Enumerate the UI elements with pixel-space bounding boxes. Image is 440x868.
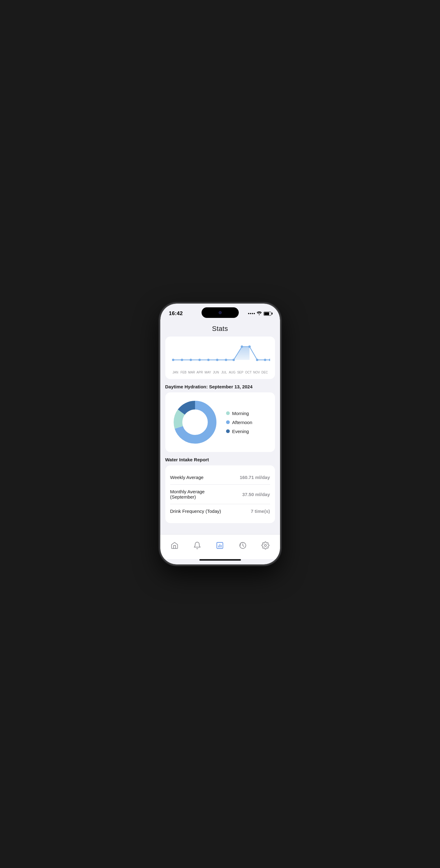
- status-time: 16:42: [169, 310, 183, 317]
- month-dec: DEC: [261, 371, 269, 374]
- legend-morning: Morning: [226, 411, 252, 416]
- line-chart-svg: [170, 341, 270, 369]
- legend-afternoon: Afternoon: [226, 420, 252, 425]
- month-oct: OCT: [244, 371, 252, 374]
- svg-point-4: [198, 359, 201, 361]
- svg-point-3: [190, 359, 192, 361]
- legend-evening-label: Evening: [232, 429, 249, 434]
- svg-point-20: [265, 544, 267, 547]
- phone-screen: 16:42: [160, 304, 280, 564]
- nav-alerts[interactable]: [190, 538, 205, 553]
- svg-marker-0: [234, 347, 249, 360]
- svg-point-9: [241, 345, 243, 348]
- bottom-safe: [160, 559, 280, 564]
- svg-point-13: [269, 359, 270, 361]
- signal-icon: [248, 313, 255, 314]
- stats-icon: [216, 541, 224, 550]
- water-intake-card: Weekly Average 160.71 ml/day Monthly Ave…: [165, 465, 275, 523]
- svg-point-11: [256, 359, 258, 361]
- svg-point-8: [232, 359, 235, 361]
- svg-point-10: [248, 345, 250, 348]
- report-monthly-value: 37.50 ml/day: [242, 492, 270, 497]
- battery-icon: [264, 312, 271, 316]
- page-title: Stats: [165, 325, 275, 333]
- home-icon: [171, 541, 179, 550]
- month-sep: SEP: [236, 371, 244, 374]
- month-labels: JAN FEB MAR APR MAY JUN JUL AUG SEP OCT …: [170, 369, 270, 374]
- water-intake-label: Water Intake Report: [165, 457, 275, 462]
- legend-evening: Evening: [226, 429, 252, 434]
- nav-settings[interactable]: [258, 538, 273, 553]
- svg-point-2: [181, 359, 183, 361]
- dynamic-island: [202, 307, 239, 318]
- legend-morning-dot: [226, 411, 230, 415]
- month-may: MAY: [204, 371, 212, 374]
- donut-container: 38.31%: [170, 397, 220, 447]
- bell-icon: [193, 541, 201, 550]
- month-jul: JUL: [220, 371, 228, 374]
- status-icons: [248, 311, 271, 316]
- daytime-hydration-label: Daytime Hydration: September 13, 2024: [165, 384, 275, 389]
- report-row-frequency: Drink Frequency (Today) 7 time(s): [170, 504, 270, 518]
- month-jan: JAN: [171, 371, 179, 374]
- donut-section: 38.31% Morning Afternoon E: [170, 397, 270, 447]
- nav-history[interactable]: [235, 538, 250, 553]
- month-mar: MAR: [188, 371, 196, 374]
- svg-point-5: [207, 359, 210, 361]
- month-nov: NOV: [252, 371, 261, 374]
- report-row-monthly: Monthly Average (September) 37.50 ml/day: [170, 485, 270, 504]
- report-weekly-label: Weekly Average: [170, 475, 204, 480]
- scroll-content[interactable]: Stats: [160, 319, 280, 534]
- bottom-nav: [160, 534, 280, 559]
- line-chart-container: [170, 341, 270, 369]
- report-frequency-value: 7 time(s): [251, 508, 270, 514]
- donut-chart-card: 38.31% Morning Afternoon E: [165, 393, 275, 452]
- svg-point-1: [172, 359, 174, 361]
- line-chart-card: JAN FEB MAR APR MAY JUN JUL AUG SEP OCT …: [165, 337, 275, 379]
- nav-stats[interactable]: [212, 538, 228, 553]
- wifi-icon: [257, 311, 262, 316]
- svg-point-6: [216, 359, 218, 361]
- report-frequency-label: Drink Frequency (Today): [170, 508, 221, 514]
- gear-icon: [261, 541, 269, 550]
- report-row-weekly: Weekly Average 160.71 ml/day: [170, 470, 270, 485]
- legend: Morning Afternoon Evening: [226, 411, 252, 434]
- report-weekly-value: 160.71 ml/day: [240, 475, 270, 480]
- phone-frame: 16:42: [160, 303, 281, 565]
- month-apr: APR: [196, 371, 204, 374]
- donut-center-text: 38.31%: [188, 420, 202, 425]
- month-feb: FEB: [179, 371, 188, 374]
- svg-point-7: [225, 359, 227, 361]
- camera-dot: [218, 311, 222, 314]
- history-icon: [239, 541, 247, 550]
- legend-afternoon-label: Afternoon: [232, 420, 252, 425]
- home-indicator: [199, 559, 241, 561]
- legend-evening-dot: [226, 429, 230, 433]
- month-jun: JUN: [212, 371, 220, 374]
- report-monthly-label: Monthly Average (September): [170, 489, 225, 499]
- legend-afternoon-dot: [226, 420, 230, 424]
- legend-morning-label: Morning: [232, 411, 249, 416]
- svg-point-12: [264, 359, 266, 361]
- nav-home[interactable]: [167, 538, 182, 553]
- month-aug: AUG: [228, 371, 236, 374]
